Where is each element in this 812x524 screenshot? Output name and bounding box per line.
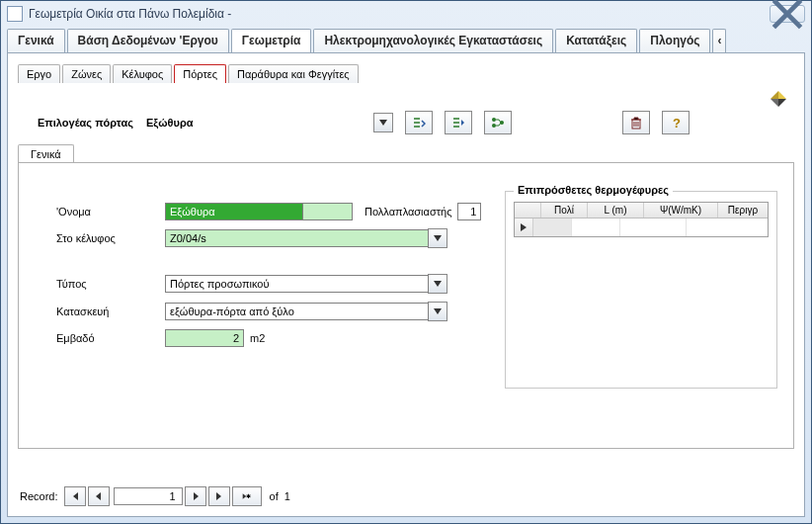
col-length: L (m) bbox=[588, 203, 644, 218]
construction-input[interactable] bbox=[165, 303, 428, 320]
name-input[interactable] bbox=[165, 203, 303, 220]
svg-marker-14 bbox=[96, 492, 101, 500]
construction-label: Κατασκευή bbox=[56, 306, 165, 317]
svg-marker-15 bbox=[194, 492, 199, 500]
inner-tab-general[interactable]: Γενικά bbox=[18, 144, 74, 163]
tab-db[interactable]: Βάση Δεδομένων 'Εργου bbox=[67, 29, 229, 52]
svg-point-6 bbox=[492, 124, 496, 128]
subtab-shell[interactable]: Κέλυφος bbox=[113, 64, 172, 83]
subtab-doors[interactable]: Πόρτες bbox=[174, 64, 226, 83]
col-poli: Πολί bbox=[541, 203, 588, 218]
svg-marker-12 bbox=[434, 308, 442, 314]
svg-marker-1 bbox=[771, 91, 778, 99]
svg-marker-13 bbox=[521, 223, 527, 231]
type-label: Τύπος bbox=[56, 278, 165, 290]
record-label: Record: bbox=[20, 490, 58, 502]
shell-label: Στο κέλυφος bbox=[56, 232, 165, 244]
next-record-button[interactable] bbox=[185, 486, 206, 506]
main-tabs: Γενικά Βάση Δεδομένων 'Εργου Γεωμετρία Η… bbox=[1, 27, 811, 52]
subtab-project[interactable]: Εργο bbox=[18, 64, 60, 83]
selector-value: Εξώθυρα bbox=[146, 117, 373, 129]
record-number-input[interactable] bbox=[114, 487, 183, 505]
svg-text:✱: ✱ bbox=[246, 493, 251, 499]
titlebar: Γεωμετρία Οικία στα Πάνω Πολεμίδια - bbox=[1, 1, 811, 27]
app-icon bbox=[7, 6, 23, 22]
tab-scroll-left[interactable]: ‹ bbox=[712, 29, 726, 52]
svg-point-5 bbox=[492, 118, 496, 122]
area-label: Εμβαδό bbox=[56, 332, 165, 344]
construction-dropdown-icon[interactable] bbox=[428, 302, 447, 321]
grid-new-row[interactable] bbox=[515, 218, 768, 236]
form-panel: 'Ονομα Πολλαπλασιαστής Στο κέλυφος Τύπος bbox=[18, 162, 794, 449]
tab-ratings[interactable]: Κατατάξεις bbox=[555, 29, 637, 52]
delete-button[interactable] bbox=[622, 111, 650, 134]
tab-geometry[interactable]: Γεωμετρία bbox=[231, 29, 312, 52]
type-combo[interactable] bbox=[165, 274, 447, 294]
type-dropdown-icon[interactable] bbox=[428, 274, 447, 294]
multiplier-input[interactable] bbox=[457, 203, 481, 220]
svg-marker-11 bbox=[434, 281, 442, 287]
shell-input[interactable] bbox=[165, 229, 428, 247]
subtab-windows[interactable]: Παράθυρα και Φεγγίτες bbox=[228, 64, 359, 83]
content-pane: Εργο Ζώνες Κέλυφος Πόρτες Παράθυρα και Φ… bbox=[7, 52, 805, 517]
area-input[interactable] bbox=[165, 329, 244, 347]
shell-combo[interactable] bbox=[165, 228, 447, 248]
grid-header: Πολί L (m) Ψ(W/mK) Περιγρ bbox=[515, 203, 768, 218]
multiplier-label: Πολλαπλασιαστής bbox=[365, 206, 451, 218]
area-unit: m2 bbox=[250, 332, 265, 344]
app-window: Γεωμετρία Οικία στα Πάνω Πολεμίδια - Γεν… bbox=[0, 0, 812, 524]
thermal-bridges-grid[interactable]: Πολί L (m) Ψ(W/mK) Περιγρ bbox=[514, 202, 769, 237]
selector-dropdown[interactable] bbox=[373, 113, 393, 132]
svg-marker-10 bbox=[434, 235, 442, 241]
door-selector-row: Επιλογέας πόρτας Εξώθυρα ? bbox=[38, 111, 794, 134]
record-total: 1 bbox=[284, 490, 290, 502]
name-label: 'Ονομα bbox=[56, 206, 165, 218]
col-psi: Ψ(W/mK) bbox=[644, 203, 718, 218]
help-button[interactable]: ? bbox=[662, 111, 690, 134]
subtab-zones[interactable]: Ζώνες bbox=[62, 64, 111, 83]
construction-combo[interactable] bbox=[165, 302, 447, 321]
shell-dropdown-icon[interactable] bbox=[428, 228, 447, 248]
svg-text:?: ? bbox=[673, 116, 681, 130]
insert-after-button[interactable] bbox=[445, 111, 472, 134]
thermal-bridges-fieldset: Επιπρόσθετες θερμογέφυρες Πολί L (m) Ψ(W… bbox=[505, 191, 777, 389]
record-of: of bbox=[270, 490, 279, 502]
svg-marker-4 bbox=[379, 120, 387, 126]
selector-label: Επιλογέας πόρτας bbox=[38, 117, 146, 129]
last-record-button[interactable] bbox=[208, 486, 230, 506]
inner-tabs: Γενικά bbox=[18, 144, 794, 163]
svg-marker-0 bbox=[778, 91, 786, 99]
branch-button[interactable] bbox=[484, 111, 512, 134]
tab-general[interactable]: Γενικά bbox=[7, 29, 65, 52]
type-input[interactable] bbox=[165, 275, 428, 293]
svg-marker-2 bbox=[778, 99, 786, 107]
window-title: Γεωμετρία Οικία στα Πάνω Πολεμίδια - bbox=[29, 7, 770, 21]
sub-tabs: Εργο Ζώνες Κέλυφος Πόρτες Παράθυρα και Φ… bbox=[18, 61, 794, 83]
record-navigator: Record: ✱ of 1 bbox=[20, 486, 290, 506]
thermal-bridges-legend: Επιπρόσθετες θερμογέφυρες bbox=[514, 184, 673, 196]
tab-navigator[interactable]: Πλοηγός bbox=[639, 29, 710, 52]
tab-hvac[interactable]: Ηλεκτρομηχανολογικές Εγκαταστάσεις bbox=[313, 29, 553, 52]
prev-record-button[interactable] bbox=[88, 486, 110, 506]
new-record-button[interactable]: ✱ bbox=[232, 486, 262, 506]
svg-marker-3 bbox=[771, 99, 778, 107]
insert-before-button[interactable] bbox=[405, 111, 433, 134]
first-record-button[interactable] bbox=[64, 486, 86, 506]
close-button[interactable] bbox=[770, 5, 805, 23]
app-logo-icon bbox=[769, 89, 788, 109]
row-selector-icon[interactable] bbox=[515, 218, 533, 236]
col-desc: Περιγρ bbox=[718, 203, 768, 218]
